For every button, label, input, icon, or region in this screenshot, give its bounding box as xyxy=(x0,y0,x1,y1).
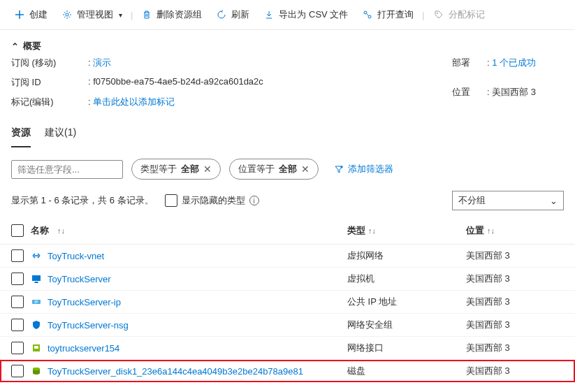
query-icon xyxy=(362,9,373,20)
deployments-link[interactable]: 1 个已成功 xyxy=(492,57,536,68)
row-checkbox[interactable] xyxy=(11,319,24,331)
resource-name-link[interactable]: ToyTruck-vnet xyxy=(48,251,104,261)
add-filter-label: 添加筛选器 xyxy=(348,163,393,175)
row-checkbox[interactable] xyxy=(11,249,24,262)
resource-name-link[interactable]: ToyTruckServer-nsg xyxy=(48,320,129,331)
resource-type: 公共 IP 地址 xyxy=(347,296,466,308)
toolbar: 创建 管理视图 ▾ | 删除资源组 刷新 导出为 CSV 文件 打开查询 | 分… xyxy=(0,0,575,30)
export-csv-button[interactable]: 导出为 CSV 文件 xyxy=(258,6,354,24)
select-all-checkbox[interactable] xyxy=(11,224,24,237)
sort-icon: ↑↓ xyxy=(57,226,65,235)
show-hidden-checkbox[interactable] xyxy=(165,194,177,207)
close-icon[interactable]: ✕ xyxy=(301,164,310,175)
location-filter-pill[interactable]: 位置等于 全部 ✕ xyxy=(229,159,319,180)
type-pill-prefix: 类型等于 xyxy=(140,163,177,175)
resource-name-link[interactable]: ToyTruckServer-ip xyxy=(48,297,121,307)
table-row[interactable]: ToyTruckServer-nsg 网络安全组 美国西部 3 xyxy=(0,314,575,337)
vm-icon xyxy=(31,273,42,284)
close-icon[interactable]: ✕ xyxy=(203,164,212,175)
add-filter-button[interactable]: 添加筛选器 xyxy=(327,159,400,179)
sort-icon: ↑↓ xyxy=(368,226,376,235)
resource-location: 美国西部 3 xyxy=(466,342,564,354)
table-row[interactable]: toytruckserver154 网络接口 美国西部 3 xyxy=(0,337,575,360)
subscription-link[interactable]: 演示 xyxy=(93,57,111,68)
deployments-label: 部署 xyxy=(452,57,487,79)
ip-icon: IP xyxy=(31,296,42,307)
resource-type: 虚拟网络 xyxy=(347,249,466,262)
svg-point-2 xyxy=(368,15,371,18)
table-header: 名称↑↓ 类型↑↓ 位置↑↓ xyxy=(0,217,575,245)
summary-toggle[interactable]: ⌃ 概要 xyxy=(11,36,564,57)
column-header-location[interactable]: 位置↑↓ xyxy=(466,224,564,237)
disk-icon xyxy=(31,365,42,377)
svg-rect-4 xyxy=(32,275,41,281)
column-header-name[interactable]: 名称↑↓ xyxy=(31,224,347,237)
location-pill-value: 全部 xyxy=(279,163,297,175)
download-icon xyxy=(263,9,275,20)
filter-funnel-icon xyxy=(334,164,344,174)
column-header-type[interactable]: 类型↑↓ xyxy=(347,224,466,237)
resource-name-link[interactable]: ToyTruckServer xyxy=(48,274,111,284)
resource-location: 美国西部 3 xyxy=(466,249,564,262)
chevron-up-icon: ⌃ xyxy=(11,41,19,52)
tab-resources[interactable]: 资源 xyxy=(11,119,31,147)
resource-location: 美国西部 3 xyxy=(466,365,564,377)
assign-tags-label: 分配标记 xyxy=(449,8,485,21)
location-label: 位置 xyxy=(452,86,487,108)
open-query-button[interactable]: 打开查询 xyxy=(356,6,419,24)
group-by-select[interactable]: 不分组 ⌄ xyxy=(452,191,564,210)
resource-name-link[interactable]: ToyTruckServer_disk1_23e6a144c4ea4049b3e… xyxy=(48,366,303,377)
manage-view-button[interactable]: 管理视图 ▾ xyxy=(56,6,128,24)
vnet-icon xyxy=(31,250,42,261)
refresh-label: 刷新 xyxy=(231,8,249,21)
create-label: 创建 xyxy=(29,8,48,21)
tags-link[interactable]: 单击此处以添加标记 xyxy=(93,96,175,107)
table-row[interactable]: ToyTruckServer_disk1_23e6a144c4ea4049b3e… xyxy=(0,360,575,382)
chevron-down-icon: ⌄ xyxy=(550,196,558,206)
svg-rect-6 xyxy=(34,282,38,283)
table-row[interactable]: IP ToyTruckServer-ip 公共 IP 地址 美国西部 3 xyxy=(0,291,575,314)
location-value: 美国西部 3 xyxy=(492,87,536,97)
resource-location: 美国西部 3 xyxy=(466,319,564,331)
resource-location: 美国西部 3 xyxy=(466,273,564,285)
delete-rg-button[interactable]: 删除资源组 xyxy=(136,6,208,24)
row-checkbox[interactable] xyxy=(11,296,24,308)
tab-suggestions[interactable]: 建议(1) xyxy=(45,119,76,147)
table-row[interactable]: ToyTruckServer 虚拟机 美国西部 3 xyxy=(0,268,575,291)
nic-icon xyxy=(31,342,42,354)
svg-rect-10 xyxy=(34,346,38,349)
row-checkbox[interactable] xyxy=(11,365,24,377)
refresh-button[interactable]: 刷新 xyxy=(210,6,255,24)
table-body: ToyTruck-vnet 虚拟网络 美国西部 3 ToyTruckServer… xyxy=(0,245,575,382)
group-by-value: 不分组 xyxy=(458,194,486,207)
resource-type: 虚拟机 xyxy=(347,273,466,285)
subscription-label: 订阅 (移动) xyxy=(11,57,88,69)
tags-label: 标记(编辑) xyxy=(11,96,88,108)
type-filter-pill[interactable]: 类型等于 全部 ✕ xyxy=(131,159,221,180)
subscription-id-value: f0750bbe-ea75-4ae5-b24d-a92ca601da2c xyxy=(93,76,263,87)
summary-section: ⌃ 概要 订阅 (移动) : 演示 订阅 ID : f0750bbe-ea75-… xyxy=(0,30,575,119)
location-pill-prefix: 位置等于 xyxy=(238,163,275,175)
chevron-down-icon: ▾ xyxy=(119,11,122,19)
tabs: 资源 建议(1) xyxy=(0,119,575,147)
svg-point-0 xyxy=(66,13,68,16)
create-button[interactable]: 创建 xyxy=(8,6,53,24)
resource-name-link[interactable]: toytruckserver154 xyxy=(48,343,119,354)
filter-input[interactable] xyxy=(11,160,123,179)
manage-view-label: 管理视图 xyxy=(77,8,113,21)
resource-type: 网络安全组 xyxy=(347,319,466,331)
gear-icon xyxy=(61,9,73,20)
sort-icon: ↑↓ xyxy=(487,226,495,235)
resource-location: 美国西部 3 xyxy=(466,296,564,308)
row-checkbox[interactable] xyxy=(11,342,24,354)
nsg-icon xyxy=(31,319,42,331)
row-checkbox[interactable] xyxy=(11,273,24,285)
show-hidden-checkbox-container[interactable]: 显示隐藏的类型 i xyxy=(165,194,259,207)
table-row[interactable]: ToyTruck-vnet 虚拟网络 美国西部 3 xyxy=(0,245,575,268)
info-icon[interactable]: i xyxy=(249,196,259,205)
plus-icon xyxy=(14,9,25,20)
trash-icon xyxy=(141,9,152,20)
filter-bar: 类型等于 全部 ✕ 位置等于 全部 ✕ 添加筛选器 xyxy=(0,147,575,187)
svg-point-12 xyxy=(33,368,40,370)
record-count-text: 显示第 1 - 6 条记录，共 6 条记录。 xyxy=(11,194,154,207)
